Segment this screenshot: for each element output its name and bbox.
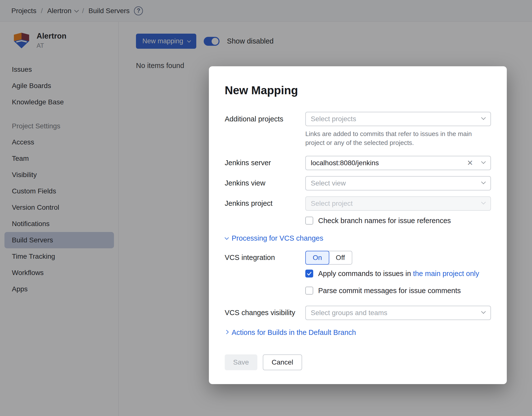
new-mapping-dialog: New Mapping Additional projects Select p… bbox=[209, 66, 507, 384]
check-branch-label: Check branch names for issue references bbox=[318, 217, 451, 225]
default-branch-actions-section-label: Actions for Builds in the Default Branch bbox=[232, 328, 356, 337]
main-project-only-link[interactable]: the main project only bbox=[413, 270, 479, 277]
jenkins-project-label: Jenkins project bbox=[225, 199, 305, 208]
chevron-down-icon bbox=[481, 309, 486, 314]
vcs-visibility-select[interactable]: Select groups and teams bbox=[305, 306, 491, 320]
save-button[interactable]: Save bbox=[225, 354, 257, 370]
jenkins-server-label: Jenkins server bbox=[225, 159, 305, 167]
vcs-visibility-placeholder: Select groups and teams bbox=[311, 309, 387, 317]
additional-projects-help-text: Links are added to commits that refer to… bbox=[305, 130, 491, 147]
jenkins-project-placeholder: Select project bbox=[311, 200, 353, 208]
check-branch-checkbox[interactable] bbox=[305, 217, 313, 225]
jenkins-view-select[interactable]: Select view bbox=[305, 176, 491, 190]
vcs-visibility-label: VCS changes visibility bbox=[225, 309, 305, 317]
vcs-integration-on-button[interactable]: On bbox=[305, 251, 329, 265]
vcs-changes-section-label: Processing for VCS changes bbox=[232, 234, 323, 242]
chevron-down-icon bbox=[225, 236, 229, 240]
jenkins-project-select[interactable]: Select project bbox=[305, 196, 491, 211]
vcs-changes-section-toggle[interactable]: Processing for VCS changes bbox=[225, 234, 491, 242]
additional-projects-select[interactable]: Select projects bbox=[305, 112, 491, 126]
jenkins-view-label: Jenkins view bbox=[225, 179, 305, 187]
vcs-integration-off-button[interactable]: Off bbox=[327, 251, 352, 265]
cancel-button[interactable]: Cancel bbox=[263, 354, 302, 370]
additional-projects-placeholder: Select projects bbox=[311, 115, 356, 123]
apply-commands-checkbox[interactable] bbox=[305, 270, 313, 277]
chevron-down-icon bbox=[481, 200, 486, 204]
vcs-integration-label: VCS integration bbox=[225, 254, 305, 262]
chevron-down-icon bbox=[481, 180, 486, 184]
vcs-integration-segmented-control: On Off bbox=[305, 251, 352, 265]
chevron-down-icon bbox=[481, 115, 486, 120]
parse-commit-label: Parse commit messages for issue comments bbox=[318, 287, 461, 295]
clear-icon[interactable]: ✕ bbox=[467, 159, 473, 167]
jenkins-view-placeholder: Select view bbox=[311, 179, 346, 187]
additional-projects-label: Additional projects bbox=[225, 115, 305, 123]
jenkins-server-input[interactable] bbox=[305, 156, 491, 170]
apply-commands-label: Apply commands to issues in bbox=[318, 270, 411, 277]
parse-commit-checkbox[interactable] bbox=[305, 287, 313, 295]
dialog-title: New Mapping bbox=[225, 84, 491, 97]
default-branch-actions-section-toggle[interactable]: Actions for Builds in the Default Branch bbox=[225, 328, 491, 337]
chevron-right-icon bbox=[224, 330, 229, 334]
